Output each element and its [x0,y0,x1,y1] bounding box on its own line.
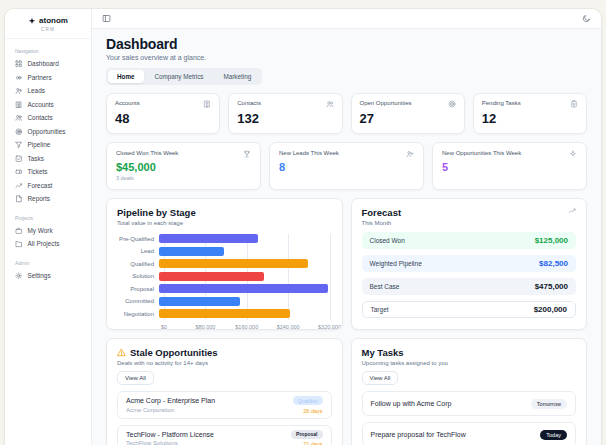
forecast-value: $125,000 [535,236,568,245]
sidebar-item-pipeline[interactable]: Pipeline [5,138,91,152]
forecast-row-weighted-pipeline: Weighted Pipeline $82,500 [362,255,577,272]
sidebar-item-label: Dashboard [28,60,59,67]
briefcase-icon [15,227,23,235]
sidebar-item-tickets[interactable]: Tickets [5,165,91,179]
nav-section-projects: Projects [5,206,91,224]
stat-value: 132 [237,111,333,126]
stat-value: $45,000 [116,161,251,173]
sidebar: atonom CRM Navigation Dashboard Partners… [5,9,92,445]
stale-title: Stale Opportunities [130,347,218,358]
task-row[interactable]: Follow up with Acme Corp Tomorrow [362,391,577,416]
chart-row: Negotiation [117,309,332,318]
chart-title: Pipeline by Stage [117,207,332,218]
forecast-row-target: Target $200,000 [362,301,577,318]
sidebar-item-contacts[interactable]: Contacts [5,111,91,125]
tab-company-metrics[interactable]: Company Metrics [146,70,213,83]
forecast-subtitle: This Month [362,220,402,226]
sidebar-item-label: Leads [28,87,45,94]
forecast-icon [15,182,23,190]
sidebar-item-label: Opportunities [28,128,66,135]
chart-row: Solution [117,272,332,281]
sidebar-item-label: Pipeline [28,141,51,148]
chart-row: Committed [117,297,332,306]
forecast-value: $200,000 [534,305,567,314]
sidebar-item-forecast[interactable]: Forecast [5,179,91,193]
x-tick: $320,000 [318,324,341,330]
partners-icon [15,74,23,82]
page-title: Dashboard [106,36,587,52]
sidebar-item-label: Tasks [28,155,44,162]
pipeline-icon [15,141,23,149]
tasks-view-all-button[interactable]: View All [362,371,399,385]
sidebar-item-label: Accounts [28,101,54,108]
stat-value: 8 [279,161,414,173]
stat-card-contacts: Contacts 132 [228,93,342,134]
x-tick: $240,000 [277,324,300,330]
theme-toggle-icon[interactable] [582,14,591,23]
chart-row: Proposal [117,284,332,293]
dashboard-content: Dashboard Your sales overview at a glanc… [92,29,601,445]
bar-chart: Pre-Qualified Lead Qualified Soluti [117,234,332,330]
chart-row: Qualified [117,259,332,268]
sidebar-item-dashboard[interactable]: Dashboard [5,57,91,71]
sidebar-item-label: Tickets [28,168,48,175]
stage-badge: Proposal [291,430,322,439]
trophy-icon [243,150,251,158]
stale-subtitle: Deals with no activity for 14+ days [117,360,332,366]
gear-icon [15,272,23,280]
chart-bar [159,234,258,243]
stat-subtext: 3 deals [116,175,251,181]
forecast-label: Closed Won [370,237,405,244]
sidebar-item-my-work[interactable]: My Work [5,224,91,238]
main-area: Dashboard Your sales overview at a glanc… [92,9,601,445]
lists-row: Stale Opportunities Deals with no activi… [106,338,587,445]
chart-subtitle: Total value in each stage [117,220,332,226]
stale-opportunity-row[interactable]: Acme Corp - Enterprise Plan Acme Corpora… [117,391,332,419]
sidebar-item-tasks[interactable]: Tasks [5,152,91,166]
sidebar-item-leads[interactable]: Leads [5,84,91,98]
stats-row: Accounts 48 Contacts 132 Open Opportunit… [106,93,587,134]
panel-toggle-icon[interactable] [102,14,111,23]
stat-label: New Leads This Week [279,150,339,156]
sidebar-item-settings[interactable]: Settings [5,269,91,283]
sidebar-item-accounts[interactable]: Accounts [5,98,91,112]
stale-view-all-button[interactable]: View All [117,371,154,385]
chart-row: Lead [117,247,332,256]
stale-opportunity-row[interactable]: TechFlow - Platform License TechFlow Sol… [117,425,332,445]
sidebar-item-label: Forecast [28,182,53,189]
x-tick: $80,000 [195,324,215,330]
forecast-value: $82,500 [539,259,568,268]
target-icon [448,100,456,108]
tab-home[interactable]: Home [108,70,144,83]
forecast-panel: Forecast This Month Closed Won $125,000 … [351,198,588,330]
topbar [92,9,601,29]
chart-category-label: Solution [117,273,159,279]
task-row[interactable]: Prepare proposal for TechFlow Today [362,422,577,445]
nav-section-admin: Admin [5,251,91,269]
users-icon [326,100,334,108]
chart-row: Pre-Qualified [117,234,332,243]
sidebar-item-reports[interactable]: Reports [5,192,91,206]
forecast-label: Best Case [370,283,400,290]
brand-logo[interactable]: atonom CRM [5,9,91,39]
stat-value: 48 [115,111,211,126]
leads-icon [15,87,23,95]
sidebar-item-label: Contacts [28,114,53,121]
opportunity-company: TechFlow Solutions [126,440,214,445]
forecast-label: Weighted Pipeline [370,260,422,267]
chart-bar [159,247,224,256]
user-plus-icon [406,150,414,158]
due-badge: Today [540,430,567,440]
chart-category-label: Lead [117,248,159,254]
sidebar-item-partners[interactable]: Partners [5,71,91,85]
tab-marketing[interactable]: Marketing [215,70,261,83]
forecast-title: Forecast [362,207,402,218]
page-subtitle: Your sales overview at a glance. [106,54,587,61]
sidebar-item-all-projects[interactable]: All Projects [5,237,91,251]
contacts-icon [15,114,23,122]
sidebar-item-opportunities[interactable]: Opportunities [5,125,91,139]
forecast-label: Target [371,306,389,313]
stat-value: 27 [360,111,456,126]
opportunity-name: Acme Corp - Enterprise Plan [126,397,215,404]
folder-icon [15,240,23,248]
